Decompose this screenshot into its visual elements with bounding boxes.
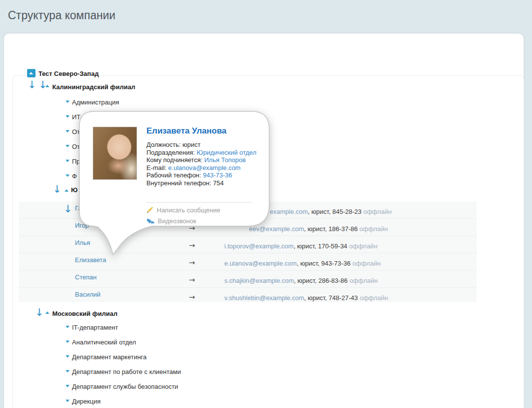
employee-name-link[interactable]: Елизавета xyxy=(75,256,106,264)
popup-divider xyxy=(146,202,252,203)
employee-name-link[interactable]: Василий xyxy=(75,291,101,298)
expand-department-icon[interactable] xyxy=(66,355,70,358)
field-label: Внутренний телефон: xyxy=(146,179,213,187)
employee-row: Степан s.chajkin@example.com, юрист, 286… xyxy=(19,271,477,288)
employee-name-link[interactable]: Степан xyxy=(75,273,97,281)
expand-department-icon[interactable] xyxy=(66,385,70,387)
department-link[interactable]: Департамент маркетинга xyxy=(72,353,146,361)
employee-email-link[interactable]: e.ulanova@example.com xyxy=(224,260,297,267)
pencil-icon xyxy=(146,206,153,215)
expand-department-icon[interactable] xyxy=(66,370,70,373)
expand-department-icon[interactable] xyxy=(66,326,70,328)
employee-field-row: Должность: юрист xyxy=(146,141,256,149)
employee-details: , юрист, 186-37-86 xyxy=(304,225,359,233)
write-message-action[interactable]: Написать сообщение xyxy=(146,206,220,216)
arrow-right-icon xyxy=(189,258,195,267)
employee-details: , юрист, 170-59-34 xyxy=(293,242,349,250)
root-collapse-button[interactable] xyxy=(27,69,35,77)
branch-label-moscow[interactable]: Московский филиал xyxy=(52,310,117,317)
field-value[interactable]: 943-73-36 xyxy=(203,171,232,179)
expanded-department-label[interactable]: Ю xyxy=(71,186,77,194)
collapse-branch-icon[interactable] xyxy=(45,311,49,314)
arrow-right-icon xyxy=(189,275,195,284)
expand-department-icon[interactable] xyxy=(66,130,70,133)
field-label: Должность: xyxy=(146,141,182,148)
employee-details: , юрист, 748-27-43 xyxy=(304,294,360,302)
employee-status: оффлайн xyxy=(363,208,392,215)
branch-label-kaliningrad[interactable]: Калининградский филиал xyxy=(52,83,135,91)
department-link[interactable]: Ф xyxy=(72,172,77,180)
employee-details: , юрист, 286-83-86 xyxy=(294,277,350,284)
employee-status: оффлайн xyxy=(359,294,388,302)
employee-row: Василий v.shushlebin@example.com, юрист,… xyxy=(19,288,477,305)
triangle-up-icon xyxy=(29,72,33,74)
expand-department-icon[interactable] xyxy=(66,160,70,162)
department-link[interactable]: Аналитический отдел xyxy=(72,339,136,346)
collapse-branch-icon[interactable] xyxy=(45,85,49,87)
arrow-right-icon xyxy=(189,293,195,302)
employee-field-row: Кому подчиняется: Илья Топоров xyxy=(146,156,256,164)
department-link[interactable]: Дирекция xyxy=(72,398,101,405)
company-structure-page: Структура компании Тест Северо-Запад ↓ ↓… xyxy=(0,0,532,408)
employee-field-row: Подразделения: Юридический отдел xyxy=(146,149,256,157)
expand-department-icon[interactable] xyxy=(66,115,70,118)
field-value[interactable]: Юридический отдел xyxy=(197,149,256,156)
field-value[interactable]: Илья Топоров xyxy=(204,156,246,164)
employee-photo[interactable] xyxy=(93,127,137,180)
collapse-department-icon[interactable] xyxy=(65,189,69,192)
employee-details: , юрист, 943-73-36 xyxy=(297,260,353,267)
expand-department-icon[interactable] xyxy=(66,400,70,402)
employee-status: оффлайн xyxy=(349,242,378,250)
employee-info: v.shushlebin@example.com, юрист, 748-27-… xyxy=(224,294,388,302)
employee-status: оффлайн xyxy=(359,225,388,233)
field-label: E-mail: xyxy=(146,164,168,171)
expand-department-icon[interactable] xyxy=(66,174,70,177)
field-value[interactable]: e.ulanova@example.com xyxy=(168,164,241,171)
expand-department-icon[interactable] xyxy=(66,340,70,343)
video-call-icon xyxy=(146,218,154,226)
employee-card-popup: Елизавета Уланова Должность: юрист Подра… xyxy=(78,108,273,257)
field-label: Рабочий телефон: xyxy=(146,171,203,179)
field-label: Кому подчиняется: xyxy=(146,156,204,164)
expand-department-icon[interactable] xyxy=(66,101,70,103)
employee-details: , юрист, 845-28-23 xyxy=(308,208,363,215)
move-down-arrow-icon[interactable]: ↓ xyxy=(28,80,36,90)
field-value: юрист xyxy=(182,141,201,148)
video-call-action[interactable]: Видеозвонок xyxy=(146,217,196,227)
move-down-arrow-icon[interactable]: ↓ xyxy=(35,307,44,318)
employee-email-link[interactable]: s.chajkin@example.com xyxy=(224,277,294,284)
department-link[interactable]: IT-департамент xyxy=(72,324,118,331)
move-down-arrow-icon[interactable]: ↓ xyxy=(64,204,72,214)
employee-status: оффлайн xyxy=(350,277,378,284)
employee-field-row: Рабочий телефон: 943-73-36 xyxy=(146,171,256,179)
employee-info: s.chajkin@example.com, юрист, 286-83-86 … xyxy=(224,277,378,284)
move-down-arrow-icon[interactable]: ↓ xyxy=(53,184,62,195)
expand-department-icon[interactable] xyxy=(66,145,70,147)
employee-info: e.ulanova@example.com, юрист, 943-73-36 … xyxy=(224,260,381,267)
employee-email-link[interactable]: v.shushlebin@example.com xyxy=(224,294,304,302)
employee-full-name[interactable]: Елизавета Уланова xyxy=(146,126,226,136)
write-message-label: Написать сообщение xyxy=(157,206,220,214)
field-label: Подразделения: xyxy=(146,149,197,156)
field-value: 754 xyxy=(213,179,224,187)
tree-root-label[interactable]: Тест Северо-Запад xyxy=(38,70,99,77)
employee-field-row: Внутренний телефон: 754 xyxy=(146,179,256,187)
employee-card-content: Елизавета Уланова Должность: юрист Подра… xyxy=(78,108,273,257)
employee-status: оффлайн xyxy=(352,260,381,267)
department-link[interactable]: Администрация xyxy=(72,99,119,106)
employee-field-row: E-mail: e.ulanova@example.com xyxy=(146,164,256,172)
employee-email-link[interactable]: example.com xyxy=(270,208,308,215)
department-link[interactable]: Департамент службы безопасности xyxy=(72,383,178,390)
video-call-label: Видеозвонок xyxy=(158,217,196,225)
employee-fields: Должность: юрист Подразделения: Юридичес… xyxy=(146,141,256,187)
department-link[interactable]: Департамент по работе с клиентами xyxy=(72,368,181,375)
